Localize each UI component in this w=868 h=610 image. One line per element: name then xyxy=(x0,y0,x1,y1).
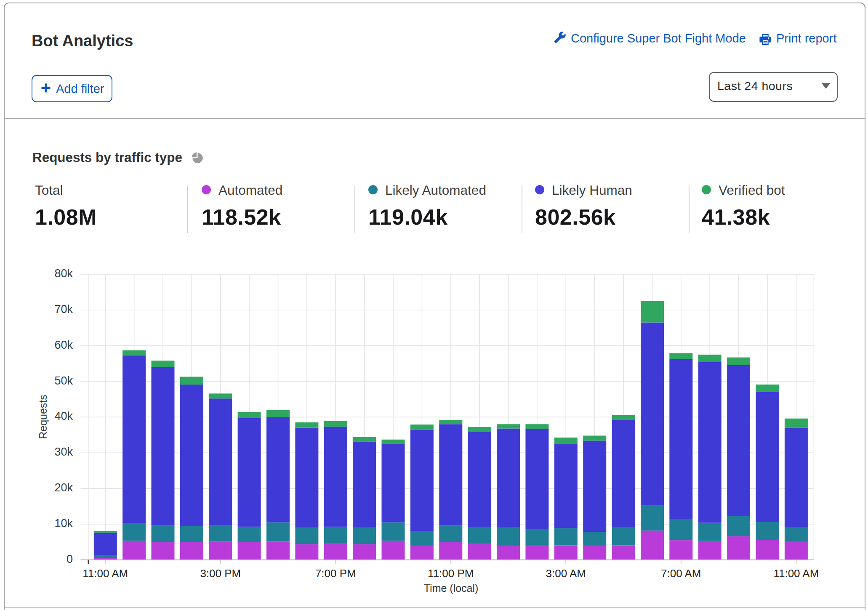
svg-text:7:00 PM: 7:00 PM xyxy=(315,567,356,580)
svg-text:11:00 PM: 11:00 PM xyxy=(428,567,474,580)
svg-text:11:00 AM: 11:00 AM xyxy=(83,567,128,580)
svg-text:50k: 50k xyxy=(54,374,73,387)
svg-text:Time (local): Time (local) xyxy=(424,582,479,594)
svg-text:3:00 PM: 3:00 PM xyxy=(200,567,241,580)
svg-text:30k: 30k xyxy=(54,446,73,458)
svg-text:7:00 AM: 7:00 AM xyxy=(661,567,701,580)
svg-text:10k: 10k xyxy=(54,517,73,530)
svg-text:Requests: Requests xyxy=(37,395,49,439)
svg-text:3:00 AM: 3:00 AM xyxy=(546,567,586,580)
svg-text:60k: 60k xyxy=(54,339,73,351)
svg-text:80k: 80k xyxy=(54,267,73,280)
svg-text:20k: 20k xyxy=(54,481,73,494)
svg-text:0: 0 xyxy=(67,553,73,565)
svg-text:70k: 70k xyxy=(54,303,73,316)
svg-text:40k: 40k xyxy=(54,410,73,422)
svg-text:11:00 AM: 11:00 AM xyxy=(773,567,819,580)
